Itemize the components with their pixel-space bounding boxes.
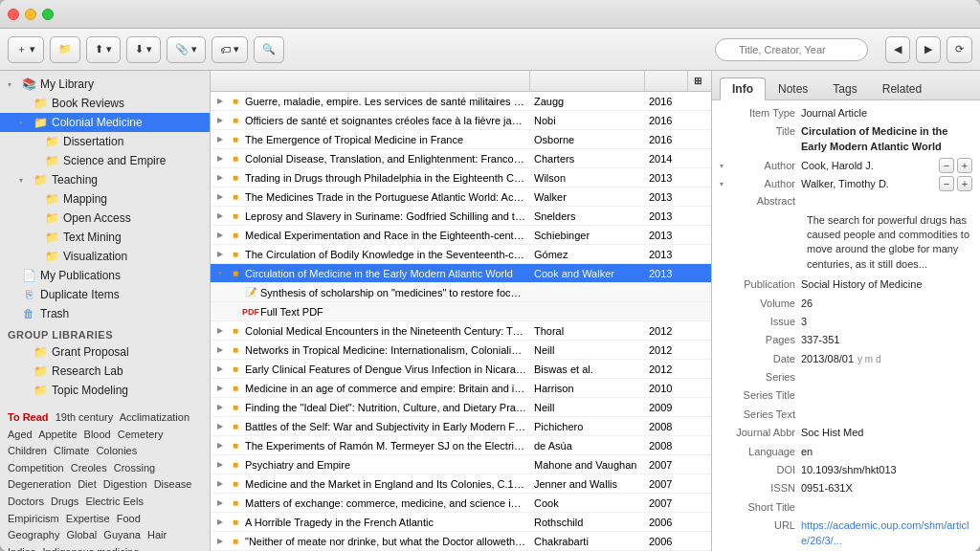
tag-empiricism[interactable]: Empiricism <box>8 513 59 524</box>
tab-tags[interactable]: Tags <box>820 77 869 100</box>
tag-indigenous-medicine[interactable]: Indigenous medicine <box>42 546 139 551</box>
tag-digestion[interactable]: Digestion <box>103 478 147 490</box>
table-row[interactable]: ▶ ■ Trading in Drugs through Philadelphi… <box>211 168 711 187</box>
tag-geography[interactable]: Geography <box>8 529 59 540</box>
sidebar-item-text-mining[interactable]: 📁Text Mining <box>0 228 210 247</box>
sync-button[interactable]: ⬆ ▾ <box>86 36 121 63</box>
navigate-forward-button[interactable]: ▶ <box>916 36 941 63</box>
table-row[interactable]: ▶ ■ Medical Experimentation and Race in … <box>211 226 711 245</box>
table-row[interactable]: ▶ ■ Colonial Medical Encounters in the N… <box>211 321 711 341</box>
col-header-creator[interactable] <box>530 71 645 91</box>
tag-aged[interactable]: Aged <box>8 429 33 440</box>
table-row[interactable]: ▶ ■ Early Clinical Features of Dengue Vi… <box>211 360 711 379</box>
tag-drugs[interactable]: Drugs <box>51 496 78 507</box>
author-plus-button[interactable]: + <box>957 176 972 191</box>
table-row[interactable]: ▶ ■ A Horrible Tragedy in the French Atl… <box>211 513 711 532</box>
tag-food[interactable]: Food <box>117 513 141 524</box>
sidebar-item-my-publications[interactable]: 📄My Publications <box>0 266 210 285</box>
tag-degeneration[interactable]: Degeneration <box>8 478 71 490</box>
tag-appetite[interactable]: Appetite <box>38 429 77 440</box>
sidebar-item-duplicate-items[interactable]: ⎘Duplicate Items <box>0 285 210 304</box>
tag-disease[interactable]: Disease <box>154 478 192 490</box>
table-row[interactable]: ▶ ■ The Medicines Trade in the Portugues… <box>211 187 711 207</box>
table-row[interactable]: ▶ ■ Matters of exchange: commerce, medic… <box>211 494 711 513</box>
tag-to-read[interactable]: To Read <box>8 411 49 423</box>
sidebar-item-topic-modeling[interactable]: 📁Topic Modeling <box>0 381 210 400</box>
table-row[interactable]: ▶ ■ Colonial Disease, Translation, and E… <box>211 149 711 168</box>
minimize-button[interactable] <box>25 9 36 20</box>
col-header-title[interactable] <box>211 71 530 91</box>
tag-indies[interactable]: Indies <box>8 546 35 551</box>
find-button[interactable]: 🔍 <box>254 36 284 63</box>
maximize-button[interactable] <box>42 9 54 20</box>
table-row[interactable]: ▶ ■ The Circulation of Bodily Knowledge … <box>211 245 711 264</box>
table-row[interactable]: ▶ ■ Psychiatry and Empire Mahone and Vau… <box>211 455 711 474</box>
table-row[interactable]: 📝 Synthesis of scholarship on "medicines… <box>211 283 711 302</box>
tag-button[interactable]: 🏷 ▾ <box>212 36 248 63</box>
tab-notes[interactable]: Notes <box>766 77 820 100</box>
tag-colonies[interactable]: Colonies <box>96 445 137 456</box>
search-input[interactable] <box>715 38 868 61</box>
table-row[interactable]: ▶ ■ Finding the "Ideal Diet": Nutrition,… <box>211 398 711 417</box>
refresh-button[interactable]: ⟳ <box>947 36 972 63</box>
tag-hair[interactable]: Hair <box>147 529 167 540</box>
table-row[interactable]: ▶ ■ The Emergence of Tropical Medicine i… <box>211 130 711 149</box>
sidebar-item-teaching[interactable]: ▾📁Teaching <box>0 170 210 189</box>
tag-electric-eels[interactable]: Electric Eels <box>85 496 144 507</box>
main-window: ＋ ▾ 📁 ⬆ ▾ ⬇ ▾ 📎 ▾ 🏷 ▾ 🔍 🔍 <box>0 0 980 551</box>
sidebar-item-mapping[interactable]: 📁Mapping <box>0 189 210 209</box>
tag-blood[interactable]: Blood <box>84 429 111 440</box>
tag-crossing[interactable]: Crossing <box>114 462 155 474</box>
author-minus-button[interactable]: − <box>939 158 954 173</box>
tag-creoles[interactable]: Creoles <box>71 462 107 474</box>
tag-climate[interactable]: Climate <box>54 445 89 456</box>
table-row[interactable]: ▶ ■ "Neither of meate nor drinke, but wh… <box>211 532 711 551</box>
tag-19th-century[interactable]: 19th century <box>56 411 114 423</box>
tag-cemetery[interactable]: Cemetery <box>118 429 164 440</box>
attach-button[interactable]: 📎 ▾ <box>167 36 206 63</box>
table-row[interactable]: PDF Full Text PDF <box>211 302 711 321</box>
date-ymd: y m d <box>858 354 880 364</box>
info-row-title: Title Circulation of Medicine in the Ear… <box>720 124 972 154</box>
tag-doctors[interactable]: Doctors <box>8 496 44 507</box>
table-row[interactable]: ▶ ■ Battles of the Self: War and Subject… <box>211 417 711 436</box>
table-row[interactable]: ▶ ■ Medicine and the Market in England a… <box>211 474 711 494</box>
table-row[interactable]: ▾ ■ Circulation of Medicine in the Early… <box>211 264 711 283</box>
sidebar-item-visualization[interactable]: 📁Visualization <box>0 247 210 266</box>
table-row[interactable]: ▶ ■ Guerre, maladie, empire. Les service… <box>211 92 711 111</box>
sidebar-item-dissertation[interactable]: 📁Dissertation <box>0 132 210 151</box>
new-item-button[interactable]: ＋ ▾ <box>8 36 44 63</box>
table-row[interactable]: ▶ ■ Officiers de santé et soignantes cré… <box>211 111 711 130</box>
close-button[interactable] <box>8 9 19 20</box>
navigate-back-button[interactable]: ◀ <box>885 36 910 63</box>
tag-children[interactable]: Children <box>8 445 47 456</box>
tag-guyana[interactable]: Guyana <box>103 529 141 540</box>
table-row[interactable]: ▶ ■ Networks in Tropical Medicine: Inter… <box>211 341 711 360</box>
tag-global[interactable]: Global <box>67 529 98 540</box>
sidebar-item-grant-proposal[interactable]: 📁Grant Proposal <box>0 342 210 362</box>
sidebar-item-science-and-empire[interactable]: 📁Science and Empire <box>0 151 210 170</box>
table-row[interactable]: ▶ ■ Leprosy and Slavery in Suriname: God… <box>211 207 711 226</box>
tag-diet[interactable]: Diet <box>78 478 97 490</box>
sidebar-item-trash[interactable]: 🗑Trash <box>0 304 210 323</box>
info-value[interactable]: https://academic.oup.com/shm/article/26/… <box>801 518 972 548</box>
table-row[interactable]: ▶ ■ Medicine in an age of commerce and e… <box>211 379 711 398</box>
item-title-col: ▶ ■ Networks in Tropical Medicine: Inter… <box>211 343 530 357</box>
tag-expertise[interactable]: Expertise <box>66 513 110 524</box>
author-minus-button[interactable]: − <box>939 176 954 191</box>
author-plus-button[interactable]: + <box>957 158 972 173</box>
tag-acclimatization[interactable]: Acclimatization <box>120 411 189 423</box>
sidebar-item-research-lab[interactable]: 📁Research Lab <box>0 362 210 381</box>
new-collection-button[interactable]: 📁 <box>50 36 80 63</box>
sidebar-item-colonial-medicine[interactable]: ▾📁Colonial Medicine <box>0 113 210 132</box>
sidebar-item-open-access[interactable]: 📁Open Access <box>0 209 210 228</box>
table-row[interactable]: ▶ ■ The Experiments of Ramón M. Termeyer… <box>211 436 711 455</box>
sidebar-item-book-reviews[interactable]: 📁Book Reviews <box>0 94 210 113</box>
sidebar-item-my-library[interactable]: ▾📚My Library <box>0 75 210 94</box>
info-value: Circulation of Medicine in the Early Mod… <box>801 124 972 154</box>
col-header-year[interactable] <box>645 71 688 91</box>
locate-button[interactable]: ⬇ ▾ <box>126 36 161 63</box>
tab-related[interactable]: Related <box>870 77 934 100</box>
tab-info[interactable]: Info <box>720 77 766 100</box>
tag-competition[interactable]: Competition <box>8 462 64 474</box>
